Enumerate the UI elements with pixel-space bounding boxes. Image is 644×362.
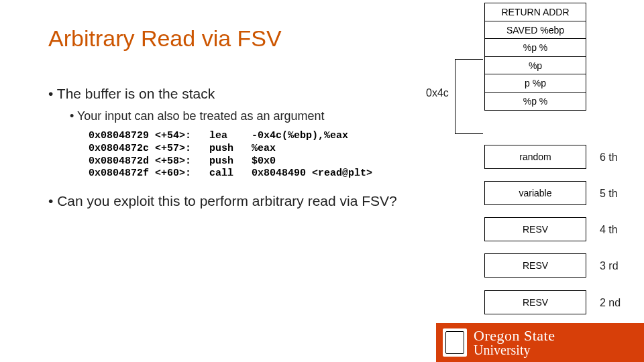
stack-cell-resv-1: RESV: [484, 217, 586, 241]
stack-cell-buf-2: p %p: [484, 74, 586, 93]
ordinal-2nd: 2 nd: [600, 297, 637, 309]
stack-cell-return-addr: RETURN ADDR: [484, 3, 586, 21]
stack-cell-resv-3: RESV: [484, 290, 586, 314]
ordinal-6th: 6 th: [600, 152, 637, 164]
university-name-line1: Oregon State: [474, 328, 555, 343]
stack-cell-random: random: [484, 145, 586, 169]
stack-cell-resv-2: RESV: [484, 253, 586, 278]
offset-label: 0x4c: [426, 87, 449, 99]
bullet-level1: The buffer is on the stack: [48, 86, 215, 102]
stack-cell-buf-1: %p: [484, 56, 586, 75]
stack-diagram-upper: RETURN ADDR SAVED %ebp %p % %p p %p %p %: [484, 3, 586, 111]
stack-cell-buf-3: %p %: [484, 92, 586, 111]
stack-cell-buf-0: %p %: [484, 38, 586, 57]
disassembly-block: 0x08048729 <+54>: lea -0x4c(%ebp),%eax 0…: [89, 130, 372, 180]
university-name-line2: University: [474, 343, 555, 357]
offset-bracket: [455, 59, 483, 134]
ordinal-5th: 5 th: [600, 188, 637, 200]
university-name: Oregon State University: [474, 328, 555, 357]
university-footer: Oregon State University: [436, 323, 644, 362]
slide-title: Arbitrary Read via FSV: [48, 25, 282, 52]
ordinal-3rd: 3 rd: [600, 260, 637, 272]
stack-cell-variable: variable: [484, 181, 586, 205]
stack-cell-saved-ebp: SAVED %ebp: [484, 21, 586, 40]
disassembly-text: 0x08048729 <+54>: lea -0x4c(%ebp),%eax 0…: [89, 130, 372, 180]
ordinal-4th: 4 th: [600, 224, 637, 236]
university-shield-icon: [443, 328, 467, 357]
bullet-question: Can you exploit this to perform arbitrar…: [48, 193, 397, 209]
bullet-level2: Your input can also be treated as an arg…: [70, 109, 325, 123]
